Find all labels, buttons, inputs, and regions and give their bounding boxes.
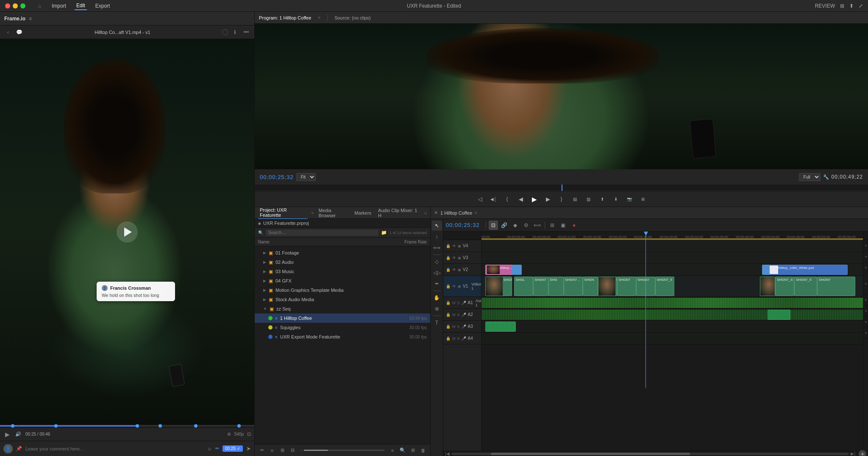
marker-5[interactable] bbox=[194, 424, 198, 428]
review-btn[interactable]: REVIEW bbox=[815, 3, 835, 9]
clip-v1-shgn7s[interactable]: SHGN7_S bbox=[598, 277, 617, 296]
marker-4[interactable] bbox=[159, 424, 162, 428]
audio-a2-clip-right[interactable] bbox=[768, 310, 790, 320]
clip-v1-shgn7b[interactable]: SHGN7 bbox=[617, 277, 636, 296]
markers-tool[interactable]: ◆ bbox=[511, 221, 520, 230]
link-v1[interactable]: ◉ bbox=[458, 284, 461, 288]
search-input[interactable] bbox=[266, 229, 378, 236]
mic-a1[interactable]: 🎤 bbox=[462, 301, 466, 305]
frameio-hamburger[interactable]: ≡ bbox=[29, 16, 32, 22]
clip-v1-shgn7f[interactable]: SHGN7_5 bbox=[794, 277, 817, 296]
eye-v3[interactable]: 👁 bbox=[452, 256, 456, 260]
solo-a3[interactable]: S bbox=[457, 325, 460, 329]
new-folder-icon[interactable]: 📁 bbox=[381, 230, 387, 235]
mute-a4[interactable]: M bbox=[452, 336, 456, 341]
goto-start[interactable]: |◀ bbox=[445, 451, 450, 456]
fit-selector[interactable]: Fit bbox=[296, 173, 316, 181]
right-handle-v1[interactable] bbox=[864, 273, 868, 294]
clip-v1-shgn7g[interactable]: SHGN7 bbox=[817, 277, 855, 296]
mic-a2[interactable]: 🎤 bbox=[462, 313, 466, 317]
go-to-in[interactable]: ⟨ bbox=[503, 195, 512, 204]
marker-2[interactable] bbox=[54, 424, 58, 428]
progress-bar[interactable] bbox=[0, 425, 254, 427]
tab-project[interactable]: Project: UXR Featurette bbox=[258, 207, 308, 219]
timeline-hamburger[interactable]: ≡ bbox=[475, 210, 477, 215]
linked-tool[interactable]: 🔗 bbox=[500, 221, 509, 230]
solo-a4[interactable]: S bbox=[457, 336, 460, 341]
link-v4[interactable]: ◉ bbox=[458, 244, 461, 248]
menu-import[interactable]: Import bbox=[50, 2, 68, 10]
timeline-settings[interactable]: ⚙ bbox=[522, 221, 531, 230]
mute-a3[interactable]: M bbox=[452, 325, 456, 329]
item-squiggles[interactable]: ≡ Squiggles 30.00 fps bbox=[255, 323, 430, 332]
right-handle-v2[interactable] bbox=[864, 262, 868, 273]
clip-v1-shgn7-5[interactable]: SHGN7_5 bbox=[655, 277, 674, 296]
resize-handles[interactable]: ⊞ bbox=[548, 221, 557, 230]
ripple-tool[interactable]: ⟺ bbox=[432, 243, 442, 253]
overwrite-btn[interactable]: ▥ bbox=[584, 195, 593, 204]
timeline-tracks[interactable]: 00;00 00;00;04;00 00;00;08;00 00;00;12;0… bbox=[481, 232, 863, 451]
minimize-dot[interactable] bbox=[13, 3, 18, 8]
track-a2[interactable] bbox=[481, 309, 863, 321]
item-stock-audio[interactable]: ▶ ▣ Stock Audio Media bbox=[255, 295, 430, 304]
mark-in[interactable]: ◁ bbox=[476, 195, 485, 204]
volume-btn[interactable]: 🔊 bbox=[14, 431, 22, 438]
zoom-slider[interactable] bbox=[304, 450, 384, 451]
more-options[interactable]: ••• bbox=[242, 28, 250, 36]
goto-end[interactable]: ▶| bbox=[851, 451, 855, 456]
comment-pin[interactable]: 📌 bbox=[16, 446, 22, 451]
right-handle-a3[interactable] bbox=[864, 316, 868, 327]
timestamp-badge[interactable]: 00:25 ✓ bbox=[223, 445, 243, 452]
pencil-btn[interactable]: ✏ bbox=[258, 447, 266, 454]
tab-audio-mixer[interactable]: Audio Clip Mixer: 1 H bbox=[376, 207, 421, 219]
search-btn[interactable]: 🔍 bbox=[399, 447, 406, 454]
new-btn[interactable]: ⊞ bbox=[409, 447, 417, 454]
maximize-dot[interactable] bbox=[20, 3, 25, 8]
close-seq[interactable]: ✕ bbox=[434, 210, 438, 215]
step-right[interactable]: ▶ bbox=[543, 195, 553, 204]
lock-v3[interactable]: 🔒 bbox=[446, 256, 451, 260]
play-overlay[interactable] bbox=[117, 221, 138, 243]
item-zz-seq[interactable]: ▼ ▣ zz Seq bbox=[255, 304, 430, 313]
item-uxr-export[interactable]: ≡ UXR Export Mode Featurette 30.00 fps bbox=[255, 332, 430, 341]
scrollbar-track[interactable] bbox=[451, 453, 849, 455]
scrollbar-thumb[interactable] bbox=[491, 453, 690, 455]
go-to-out[interactable]: ⟩ bbox=[557, 195, 566, 204]
step-left[interactable]: ◀ bbox=[516, 195, 526, 204]
mic-a3[interactable]: 🎤 bbox=[462, 325, 466, 329]
tab-media-browser[interactable]: Media Browser bbox=[317, 207, 350, 219]
pen-tool[interactable]: ✒ bbox=[432, 279, 442, 289]
menu-export[interactable]: Export bbox=[94, 2, 112, 10]
item-hilltop-coffee[interactable]: ≡ 1 Hilltop Coffee 59.94 fps bbox=[255, 313, 430, 323]
track-select[interactable]: ↕ bbox=[432, 232, 442, 242]
marker-3[interactable] bbox=[136, 424, 139, 428]
multi-cam[interactable]: ▣ bbox=[559, 221, 568, 230]
track-a4[interactable] bbox=[481, 333, 863, 344]
more-panels[interactable]: » bbox=[424, 210, 427, 215]
slip-tool[interactable]: ◁▷ bbox=[432, 268, 442, 278]
eye-v4[interactable]: 👁 bbox=[452, 244, 456, 248]
pencil-btn[interactable]: ✏ bbox=[215, 446, 219, 451]
track-a1[interactable] bbox=[481, 297, 863, 309]
settings-icon[interactable]: ⚙ bbox=[227, 432, 231, 436]
info-icon[interactable]: ℹ bbox=[231, 28, 239, 36]
lock-a1[interactable]: 🔒 bbox=[446, 301, 451, 305]
export-frame[interactable]: 📷 bbox=[625, 195, 634, 204]
solo-a1[interactable]: S bbox=[457, 301, 460, 305]
auto-btn[interactable]: ⊟ bbox=[289, 447, 296, 454]
razor-tool[interactable]: ◇ bbox=[432, 257, 442, 267]
right-handle-a1[interactable] bbox=[864, 294, 868, 305]
clip-hilltop-100[interactable]: Hilltop... bbox=[485, 265, 516, 275]
fullscreen-btn[interactable]: ⊡ bbox=[247, 431, 251, 437]
comment-icon[interactable]: 💬 bbox=[15, 28, 23, 36]
link-v2[interactable]: ◉ bbox=[458, 268, 461, 272]
item-02-audio[interactable]: ▶ ▣ 02 Audio bbox=[255, 257, 430, 267]
play-btn[interactable]: ▶ bbox=[3, 431, 11, 438]
circle-icon[interactable] bbox=[222, 29, 228, 35]
eye-v1[interactable]: 👁 bbox=[452, 284, 456, 288]
back-btn[interactable]: ‹ bbox=[4, 28, 12, 36]
track-a3[interactable] bbox=[481, 321, 863, 333]
solo-a2[interactable]: S bbox=[457, 313, 460, 317]
marker-6[interactable] bbox=[237, 424, 241, 428]
tab-source[interactable]: Source: (no clips) bbox=[334, 15, 371, 20]
